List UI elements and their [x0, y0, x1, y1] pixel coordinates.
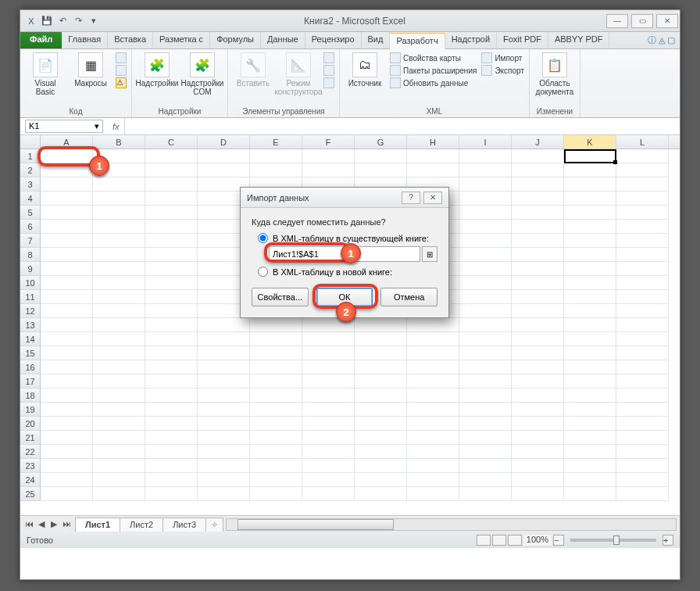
cell[interactable]: [355, 318, 407, 332]
cell[interactable]: [302, 459, 355, 473]
cell[interactable]: [198, 389, 250, 403]
cell[interactable]: [564, 417, 616, 431]
cell[interactable]: [407, 445, 459, 459]
cell[interactable]: [93, 346, 145, 360]
row-header[interactable]: 14: [20, 332, 41, 346]
cell[interactable]: [407, 374, 459, 389]
cell[interactable]: [145, 163, 198, 177]
cell[interactable]: [302, 346, 355, 360]
cell[interactable]: [145, 389, 198, 403]
document-panel-button[interactable]: 📋Область документа: [534, 51, 575, 96]
cell[interactable]: [459, 192, 512, 206]
cell[interactable]: [512, 192, 564, 206]
cell[interactable]: [302, 417, 355, 431]
row-header[interactable]: 11: [20, 290, 41, 304]
formula-input[interactable]: [124, 118, 680, 134]
row-header[interactable]: 25: [20, 487, 41, 501]
cell[interactable]: [407, 459, 459, 473]
cell[interactable]: [459, 374, 512, 389]
cell[interactable]: [616, 304, 669, 318]
select-all-corner[interactable]: [20, 135, 41, 149]
cell[interactable]: [616, 163, 669, 177]
cell[interactable]: [616, 431, 669, 445]
cell[interactable]: [198, 487, 250, 501]
cell[interactable]: [198, 459, 250, 473]
cell[interactable]: [93, 192, 145, 206]
qat-more-icon[interactable]: ▾: [88, 15, 100, 27]
sheet-tab[interactable]: Лист1: [75, 518, 120, 532]
cell[interactable]: [198, 445, 250, 459]
cell[interactable]: [145, 431, 198, 445]
cell[interactable]: [459, 487, 512, 501]
cell[interactable]: [564, 290, 616, 304]
cell[interactable]: [616, 487, 669, 501]
cell[interactable]: [512, 473, 564, 487]
minimize-button[interactable]: —: [606, 14, 628, 28]
cell[interactable]: [198, 163, 250, 177]
relative-ref-icon[interactable]: [116, 65, 127, 76]
row-header[interactable]: 9: [20, 262, 41, 276]
cell[interactable]: [459, 332, 512, 346]
cell[interactable]: [407, 389, 459, 403]
cell[interactable]: [459, 445, 512, 459]
save-icon[interactable]: 💾: [41, 15, 53, 27]
cell[interactable]: [145, 276, 198, 290]
cell[interactable]: [250, 403, 302, 417]
cell[interactable]: [41, 403, 93, 417]
zoom-out-icon[interactable]: −: [553, 535, 564, 546]
cell[interactable]: [459, 206, 512, 220]
cell[interactable]: [459, 473, 512, 487]
cell[interactable]: [407, 473, 459, 487]
cell[interactable]: [302, 332, 355, 346]
map-properties-button[interactable]: Свойства карты: [390, 52, 477, 63]
row-header[interactable]: 10: [20, 276, 41, 290]
cell[interactable]: [302, 473, 355, 487]
cell[interactable]: [459, 262, 512, 276]
cell[interactable]: [407, 149, 459, 163]
cell[interactable]: [564, 248, 616, 262]
cell[interactable]: [41, 163, 93, 177]
cell[interactable]: [459, 276, 512, 290]
tab-file[interactable]: Файл: [20, 32, 62, 48]
sheet-tab[interactable]: Лист2: [120, 518, 163, 532]
col-header[interactable]: K: [564, 135, 616, 149]
radio-existing-book[interactable]: В XML-таблицу в существующей книге:: [258, 233, 438, 243]
row-header[interactable]: 3: [20, 177, 41, 192]
cell[interactable]: [41, 220, 93, 234]
cell[interactable]: [355, 459, 407, 473]
cell[interactable]: [145, 487, 198, 501]
addins-button[interactable]: 🧩Надстройки: [137, 51, 177, 88]
cell[interactable]: [564, 206, 616, 220]
cell[interactable]: [145, 220, 198, 234]
cell[interactable]: [512, 346, 564, 360]
cell[interactable]: [459, 149, 512, 163]
cell[interactable]: [250, 360, 302, 374]
cell[interactable]: [355, 431, 407, 445]
cell[interactable]: [564, 473, 616, 487]
cell[interactable]: [407, 318, 459, 332]
cell[interactable]: [145, 177, 198, 192]
tab-foxit[interactable]: Foxit PDF: [497, 32, 548, 48]
cell[interactable]: [41, 318, 93, 332]
com-addins-button[interactable]: 🧩Надстройки COM: [182, 51, 223, 96]
cell[interactable]: [355, 149, 407, 163]
cell[interactable]: [41, 149, 93, 163]
cell[interactable]: [250, 417, 302, 431]
cell[interactable]: [459, 220, 512, 234]
cell[interactable]: [512, 290, 564, 304]
cell[interactable]: [41, 487, 93, 501]
cell[interactable]: [250, 445, 302, 459]
cell[interactable]: [616, 192, 669, 206]
visual-basic-button[interactable]: 📄Visual Basic: [25, 51, 66, 96]
cell[interactable]: [250, 459, 302, 473]
tab-insert[interactable]: Вставка: [108, 32, 153, 48]
cell[interactable]: [93, 445, 145, 459]
cell[interactable]: [93, 487, 145, 501]
cell[interactable]: [564, 459, 616, 473]
nav-first-icon[interactable]: ⏮: [23, 519, 34, 529]
cell[interactable]: [145, 206, 198, 220]
cell[interactable]: [41, 431, 93, 445]
col-header[interactable]: G: [355, 135, 407, 149]
cell[interactable]: [407, 487, 459, 501]
cell[interactable]: [355, 332, 407, 346]
